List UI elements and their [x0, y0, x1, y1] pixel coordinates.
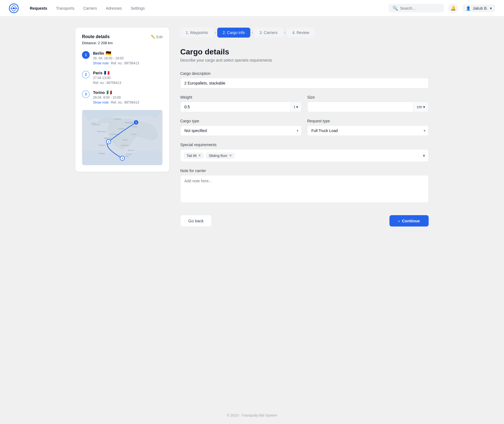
step-1-label: 1. Waypoints — [186, 30, 208, 35]
route-title: Route details — [82, 34, 110, 39]
route-map: Germany Czechia Luxembourg Belgium Nethe… — [82, 110, 163, 165]
form-subtitle: Describe your cargo and select speciels … — [180, 58, 429, 62]
svg-text:Milan: Milan — [125, 156, 129, 157]
ref-no-3: Ref. no.: 89756413 — [111, 101, 139, 104]
tags-dropdown-chevron[interactable]: ▾ — [423, 153, 425, 158]
waypoint-meta-3: Show note Ref. no.: 89756413 — [93, 101, 163, 104]
edit-label: Edit — [156, 35, 163, 39]
cargo-description-group: Cargo description — [180, 71, 429, 88]
chevron-down-icon: ▾ — [490, 6, 492, 10]
cargo-type-select[interactable]: Not specified Pallets Boxes Bulk Other — [180, 125, 302, 136]
request-type-label: Request type — [307, 119, 429, 123]
size-label: Size — [307, 95, 429, 99]
step-carriers[interactable]: 3. Carriers — [254, 28, 283, 38]
edit-icon: ✏️ — [151, 35, 155, 39]
waypoint-number-3: 3 — [82, 90, 90, 98]
user-label: Jakub B. — [473, 6, 488, 10]
waypoint-date-3: 28.04. 9:00 - 15:00 — [93, 96, 163, 99]
svg-text:Croatia: Croatia — [126, 153, 132, 155]
weight-input[interactable] — [181, 102, 290, 112]
search-input[interactable] — [400, 6, 440, 10]
city-name-torino: Torino — [93, 90, 105, 95]
special-requirements-input[interactable]: Tail lift ✕ Sliding floor ✕ ▾ — [180, 149, 429, 162]
flag-france: 🇫🇷 — [104, 70, 110, 75]
nav-right: 🔍 🔔 👤 Jakub B. ▾ — [389, 3, 495, 13]
chevron-right-icon: › — [398, 218, 400, 223]
special-requirements-group: Special requirements Tail lift ✕ Sliding… — [180, 143, 429, 162]
tag-tail-lift-label: Tail lift — [187, 154, 197, 158]
route-card: Route details ✏️ Edit Distance: 2 208 km… — [75, 28, 169, 172]
svg-text:London: London — [91, 122, 96, 124]
left-panel: Route details ✏️ Edit Distance: 2 208 km… — [75, 28, 169, 396]
notifications-button[interactable]: 🔔 — [448, 3, 458, 13]
search-bar[interactable]: 🔍 — [389, 4, 444, 12]
nav-settings[interactable]: Settings — [131, 5, 145, 12]
waypoint-city-1: Berlin 🇩🇪 — [93, 51, 163, 56]
waypoint-meta-1: Show note Ref. no.: 89756413 — [93, 61, 163, 65]
svg-text:1: 1 — [135, 121, 137, 124]
continue-label: Continue — [402, 218, 420, 223]
nav-requests[interactable]: Requests — [30, 5, 47, 12]
cargo-request-type-row: Cargo type Not specified Pallets Boxes B… — [180, 119, 429, 136]
svg-text:3: 3 — [121, 157, 123, 160]
size-group: Size cm ▾ — [307, 95, 429, 112]
svg-text:Prague: Prague — [132, 126, 137, 127]
city-name-berlin: Berlin — [93, 51, 104, 56]
chevron-down-icon: ▾ — [296, 105, 298, 109]
tag-sliding-floor-remove[interactable]: ✕ — [229, 154, 232, 157]
nav-links: Requests Transports Carriers Adresses Se… — [30, 5, 378, 12]
nav-adresses[interactable]: Adresses — [106, 5, 122, 12]
navbar: Requests Transports Carriers Adresses Se… — [0, 0, 504, 17]
waypoint-date-2: 27.04 13:00 — [93, 76, 163, 80]
step-waypoints[interactable]: 1. Waypoints — [180, 28, 213, 38]
size-unit-select[interactable]: cm ▾ — [413, 102, 428, 112]
edit-button[interactable]: ✏️ Edit — [151, 35, 163, 39]
user-menu-button[interactable]: 👤 Jakub B. ▾ — [463, 4, 495, 12]
cargo-type-wrapper: Not specified Pallets Boxes Bulk Other ▾ — [180, 125, 302, 136]
weight-input-wrapper: t ▾ — [180, 102, 302, 112]
button-row: Go back › Continue — [180, 215, 429, 227]
waypoint-item: 1 Berlin 🇩🇪 26. 04. 16:00 - 18:00 Show n… — [82, 51, 163, 65]
step-4-label: 4. Review — [292, 30, 309, 35]
go-back-button[interactable]: Go back — [180, 215, 212, 227]
step-cargo-info[interactable]: 2. Cargo info — [217, 28, 250, 38]
city-name-paris: Paris — [93, 71, 102, 75]
step-3-label: 3. Carriers — [259, 30, 277, 35]
svg-text:Czechia: Czechia — [118, 128, 124, 130]
tag-tail-lift-remove[interactable]: ✕ — [198, 154, 201, 157]
svg-text:France: France — [99, 144, 105, 146]
map-container: Germany Czechia Luxembourg Belgium Nethe… — [82, 110, 163, 165]
waypoint-number-2: 2 — [82, 71, 90, 78]
waypoint-info-3: Torino 🇮🇹 28.04. 9:00 - 15:00 Show note … — [93, 90, 163, 104]
size-unit-label: cm — [417, 105, 422, 109]
weight-unit-select[interactable]: t ▾ — [290, 102, 301, 112]
waypoint-number-1: 1 — [82, 51, 90, 59]
tag-tail-lift: Tail lift ✕ — [184, 152, 204, 159]
footer-text: © 2023 - Transpotly Bid System — [227, 413, 277, 417]
route-card-header: Route details ✏️ Edit — [82, 34, 163, 39]
svg-text:Switzerland: Switzerland — [121, 144, 129, 146]
waypoint-info-2: Paris 🇫🇷 27.04 13:00 Ref. no.: 89756413 — [93, 70, 163, 85]
continue-button[interactable]: › Continue — [389, 215, 429, 227]
note-label: Note for carrier — [180, 168, 429, 173]
show-note-button-1[interactable]: Show note — [93, 61, 109, 65]
step-2-label: 2. Cargo info — [223, 30, 245, 35]
cargo-description-label: Cargo description — [180, 71, 429, 76]
nav-transports[interactable]: Transports — [56, 5, 74, 12]
request-type-select[interactable]: Full Truck Load Less Than Truck Load Exp… — [307, 125, 429, 136]
weight-group: Weight t ▾ — [180, 95, 302, 112]
chevron-down-icon: ▾ — [423, 105, 425, 109]
note-textarea[interactable] — [180, 175, 429, 203]
waypoint-item: 2 Paris 🇫🇷 27.04 13:00 Ref. no.: 8975641… — [82, 70, 163, 85]
size-input[interactable] — [307, 102, 413, 112]
flag-italy: 🇮🇹 — [107, 90, 112, 95]
svg-text:Belgium: Belgium — [104, 137, 111, 139]
tag-sliding-floor-label: Sliding floor — [209, 154, 227, 158]
step-review[interactable]: 4. Review — [287, 28, 315, 38]
main-content: Route details ✏️ Edit Distance: 2 208 km… — [59, 17, 445, 407]
nav-carriers[interactable]: Carriers — [83, 5, 97, 12]
route-distance: Distance: 2 208 km — [82, 41, 163, 45]
waypoints-list: 1 Berlin 🇩🇪 26. 04. 16:00 - 18:00 Show n… — [82, 51, 163, 104]
cargo-description-input[interactable] — [180, 78, 429, 88]
show-note-button-3[interactable]: Show note — [93, 101, 109, 104]
